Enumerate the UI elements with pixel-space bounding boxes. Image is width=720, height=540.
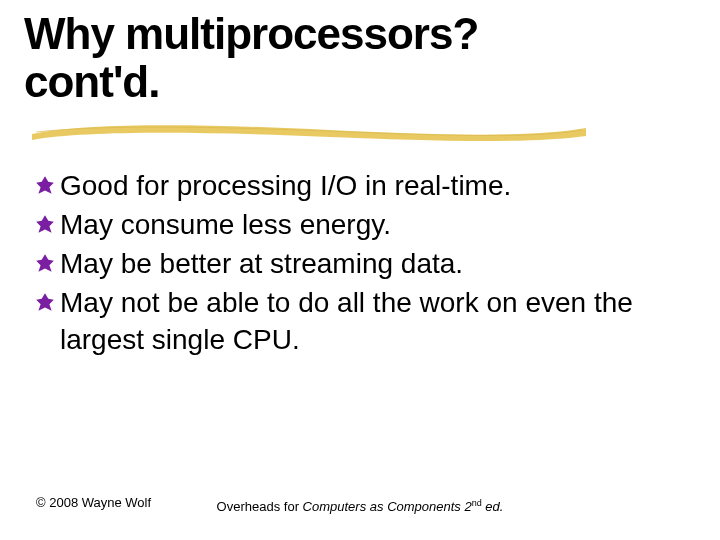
dingbat-icon bbox=[34, 213, 56, 235]
bullet-text: May be better at streaming data. bbox=[60, 246, 674, 283]
list-item: May not be able to do all the work on ev… bbox=[34, 285, 674, 359]
bullet-text: May consume less energy. bbox=[60, 207, 674, 244]
footer-superscript: nd bbox=[472, 498, 482, 508]
list-item: Good for processing I/O in real-time. bbox=[34, 168, 674, 205]
bullet-text: Good for processing I/O in real-time. bbox=[60, 168, 674, 205]
slide: Why multiprocessors? cont'd. Good for pr… bbox=[0, 0, 720, 540]
dingbat-icon bbox=[34, 291, 56, 313]
list-item: May consume less energy. bbox=[34, 207, 674, 244]
footer-center-tail: ed. bbox=[482, 500, 504, 515]
dingbat-icon bbox=[34, 174, 56, 196]
footer-center: Overheads for Computers as Components 2n… bbox=[0, 498, 720, 516]
title-underline-decoration bbox=[30, 118, 590, 144]
title-line-1: Why multiprocessors? bbox=[24, 9, 478, 58]
list-item: May be better at streaming data. bbox=[34, 246, 674, 283]
dingbat-icon bbox=[34, 252, 56, 274]
footer-center-prefix: Overheads for bbox=[217, 500, 303, 515]
slide-title: Why multiprocessors? cont'd. bbox=[24, 10, 478, 105]
bullet-list: Good for processing I/O in real-time. Ma… bbox=[34, 168, 674, 361]
bullet-text: May not be able to do all the work on ev… bbox=[60, 285, 674, 359]
title-line-2: cont'd. bbox=[24, 57, 159, 106]
footer-center-italic: Computers as Components 2 bbox=[303, 500, 472, 515]
